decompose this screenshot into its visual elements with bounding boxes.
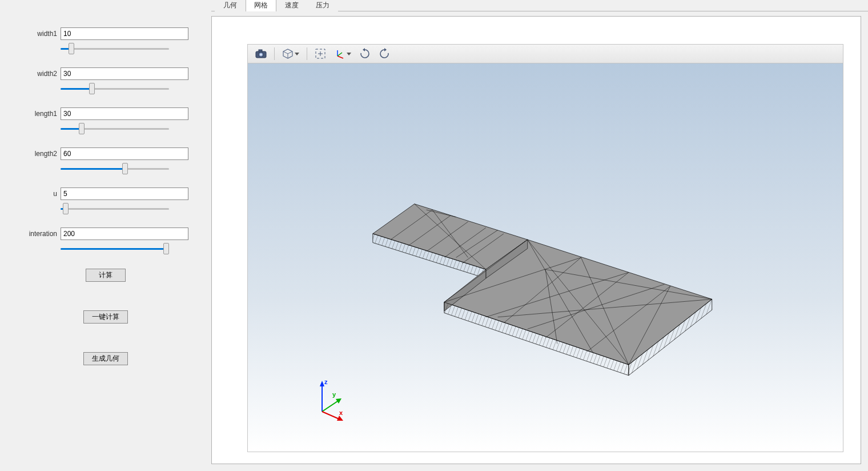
viewport-frame: z y x: [211, 16, 861, 464]
svg-rect-1: [259, 50, 262, 52]
main-area: 几何网格速度压力: [211, 0, 868, 471]
param-label: width2: [23, 70, 57, 78]
tab-2[interactable]: 速度: [276, 0, 307, 11]
param-label: u: [23, 190, 57, 198]
action-buttons: 计算 一键计算 生成几何: [23, 269, 188, 365]
param-label: interation: [23, 230, 57, 238]
gen-geom-button[interactable]: 生成几何: [83, 352, 128, 365]
param-interation: interation: [23, 227, 188, 252]
param-length1: length1: [23, 107, 188, 131]
tab-3[interactable]: 压力: [307, 0, 338, 11]
svg-marker-13: [384, 48, 387, 51]
svg-line-51: [322, 412, 340, 420]
u-slider[interactable]: [61, 207, 169, 210]
param-label: length2: [23, 150, 57, 158]
svg-text:y: y: [332, 391, 336, 398]
svg-line-48: [322, 400, 339, 412]
width1-input[interactable]: [61, 27, 188, 40]
interation-slider[interactable]: [61, 248, 169, 250]
param-width2: width2: [23, 67, 188, 91]
camera-icon[interactable]: [252, 46, 270, 61]
param-label: length1: [23, 110, 57, 118]
svg-text:x: x: [339, 409, 343, 416]
svg-marker-49: [336, 398, 341, 404]
fit-view-icon[interactable]: [312, 46, 329, 61]
param-length2: length2: [23, 147, 188, 171]
rotate-ccw-icon[interactable]: [376, 46, 393, 61]
width2-input[interactable]: [61, 67, 188, 80]
length1-slider[interactable]: [61, 127, 169, 130]
width1-slider[interactable]: [61, 47, 169, 50]
param-u: u: [23, 187, 188, 211]
param-label: width1: [23, 30, 57, 38]
width2-slider[interactable]: [61, 87, 169, 90]
length1-input[interactable]: [61, 107, 188, 120]
param-width1: width1: [23, 27, 188, 51]
orientation-triad: z y x: [311, 377, 351, 423]
toolbar-separator: [274, 47, 275, 60]
tab-bar: 几何网格速度压力: [211, 0, 868, 11]
mesh-viewport[interactable]: z y x: [247, 63, 843, 452]
one-click-button[interactable]: 一键计算: [83, 310, 128, 324]
parameter-panel: width1width2length1length2uinteration 计算…: [0, 0, 211, 471]
toolbar-separator: [307, 47, 307, 60]
length2-input[interactable]: [61, 147, 188, 160]
viewport-toolbar: [247, 44, 843, 63]
svg-line-10: [337, 56, 343, 58]
tab-1[interactable]: 网格: [246, 0, 276, 11]
svg-marker-46: [320, 381, 324, 386]
svg-line-11: [337, 53, 342, 56]
rotate-cw-icon[interactable]: [356, 46, 373, 61]
axes-icon[interactable]: [331, 46, 354, 61]
chevron-down-icon: [295, 53, 299, 55]
svg-point-3: [260, 54, 262, 56]
cube-view-icon[interactable]: [279, 46, 302, 61]
tab-0[interactable]: 几何: [215, 0, 246, 11]
svg-text:z: z: [324, 378, 328, 385]
u-input[interactable]: [61, 187, 188, 200]
interation-input[interactable]: [61, 227, 188, 240]
calc-button[interactable]: 计算: [86, 269, 126, 282]
chevron-down-icon: [347, 53, 351, 55]
length2-slider[interactable]: [61, 167, 169, 170]
svg-marker-12: [363, 48, 365, 51]
